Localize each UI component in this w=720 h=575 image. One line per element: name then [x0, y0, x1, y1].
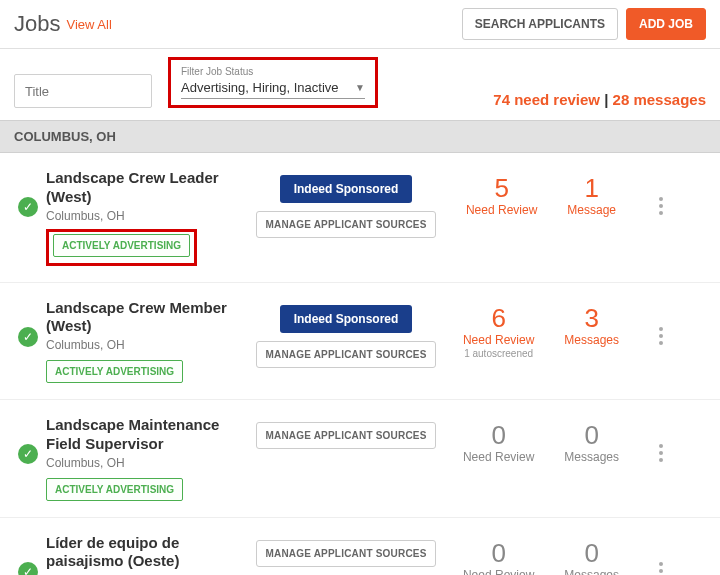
- job-row: ✓Landscape Crew Leader (West)Columbus, O…: [0, 153, 720, 283]
- status-badge: ACTIVELY ADVERTISING: [53, 234, 190, 257]
- stat-number: 0: [463, 422, 534, 448]
- indeed-sponsored-button[interactable]: Indeed Sponsored: [280, 175, 413, 203]
- check-icon: ✓: [18, 327, 38, 347]
- manage-sources-button[interactable]: MANAGE APPLICANT SOURCES: [256, 341, 435, 368]
- status-badge: ACTIVELY ADVERTISING: [46, 478, 183, 501]
- manage-sources-button[interactable]: MANAGE APPLICANT SOURCES: [256, 540, 435, 567]
- stat-label: Need Review: [463, 450, 534, 464]
- autoscreened-label: 1 autoscreened: [463, 348, 534, 359]
- stat-number: 0: [564, 422, 619, 448]
- stat-label: Need Review: [466, 203, 537, 217]
- need-review-stat[interactable]: 5Need Review: [466, 175, 537, 217]
- job-title[interactable]: Landscape Crew Leader (West): [46, 169, 256, 207]
- search-applicants-button[interactable]: SEARCH APPLICANTS: [462, 8, 618, 40]
- title-input[interactable]: [14, 74, 152, 108]
- status-badge: ACTIVELY ADVERTISING: [46, 360, 183, 383]
- stat-number: 5: [466, 175, 537, 201]
- filter-status-select[interactable]: Advertising, Hiring, Inactive ▼: [181, 77, 365, 99]
- stat-number: 6: [463, 305, 534, 331]
- messages-stat[interactable]: 1Message: [567, 175, 616, 217]
- manage-sources-button[interactable]: MANAGE APPLICANT SOURCES: [256, 422, 435, 449]
- filter-status-box: Filter Job Status Advertising, Hiring, I…: [168, 57, 378, 108]
- need-review-stat[interactable]: 6Need Review1 autoscreened: [463, 305, 534, 359]
- page-title: Jobs: [14, 11, 60, 37]
- filter-status-value: Advertising, Hiring, Inactive: [181, 80, 339, 95]
- stat-label: Messages: [564, 333, 619, 347]
- more-menu-icon[interactable]: [659, 197, 663, 215]
- job-title[interactable]: Landscape Crew Member (West): [46, 299, 256, 337]
- summary-text: 74 need review | 28 messages: [493, 91, 706, 108]
- chevron-down-icon: ▼: [355, 82, 365, 93]
- more-menu-icon[interactable]: [659, 562, 663, 576]
- stat-number: 0: [564, 540, 619, 566]
- filter-status-label: Filter Job Status: [181, 66, 365, 77]
- stat-label: Messages: [564, 450, 619, 464]
- messages-stat[interactable]: 0Messages: [564, 540, 619, 576]
- check-icon: ✓: [18, 197, 38, 217]
- page-header: Jobs View All SEARCH APPLICANTS ADD JOB: [0, 0, 720, 49]
- view-all-link[interactable]: View All: [66, 17, 111, 32]
- job-location: Columbus, OH: [46, 209, 256, 223]
- stat-label: Need Review: [463, 333, 534, 347]
- messages-stat[interactable]: 0Messages: [564, 422, 619, 464]
- stat-number: 0: [463, 540, 534, 566]
- messages-stat[interactable]: 3Messages: [564, 305, 619, 359]
- need-review-stat[interactable]: 0Need Review: [463, 540, 534, 576]
- stat-label: Message: [567, 203, 616, 217]
- job-location: Columbus, OH: [46, 456, 256, 470]
- filter-row: Filter Job Status Advertising, Hiring, I…: [0, 49, 720, 120]
- job-title[interactable]: Landscape Maintenance Field Supervisor: [46, 416, 256, 454]
- more-menu-icon[interactable]: [659, 444, 663, 462]
- job-location: Columbus, OH: [46, 338, 256, 352]
- manage-sources-button[interactable]: MANAGE APPLICANT SOURCES: [256, 211, 435, 238]
- highlight-box: ACTIVELY ADVERTISING: [46, 229, 197, 266]
- check-icon: ✓: [18, 444, 38, 464]
- add-job-button[interactable]: ADD JOB: [626, 8, 706, 40]
- check-icon: ✓: [18, 562, 38, 576]
- stat-label: Need Review: [463, 568, 534, 576]
- job-info: Landscape Crew Leader (West)Columbus, OH…: [46, 169, 256, 266]
- stat-number: 1: [567, 175, 616, 201]
- job-row: ✓Landscape Maintenance Field SupervisorC…: [0, 400, 720, 518]
- need-review-stat[interactable]: 0Need Review: [463, 422, 534, 464]
- job-row: ✓Líder de equipo de paisajismo (Oeste)Co…: [0, 518, 720, 576]
- stat-number: 3: [564, 305, 619, 331]
- job-info: Landscape Maintenance Field SupervisorCo…: [46, 416, 256, 501]
- indeed-sponsored-button[interactable]: Indeed Sponsored: [280, 305, 413, 333]
- section-header: COLUMBUS, OH: [0, 120, 720, 153]
- more-menu-icon[interactable]: [659, 327, 663, 345]
- job-title[interactable]: Líder de equipo de paisajismo (Oeste): [46, 534, 256, 572]
- job-row: ✓Landscape Crew Member (West)Columbus, O…: [0, 283, 720, 401]
- job-info: Líder de equipo de paisajismo (Oeste)Col…: [46, 534, 256, 576]
- job-info: Landscape Crew Member (West)Columbus, OH…: [46, 299, 256, 384]
- stat-label: Messages: [564, 568, 619, 576]
